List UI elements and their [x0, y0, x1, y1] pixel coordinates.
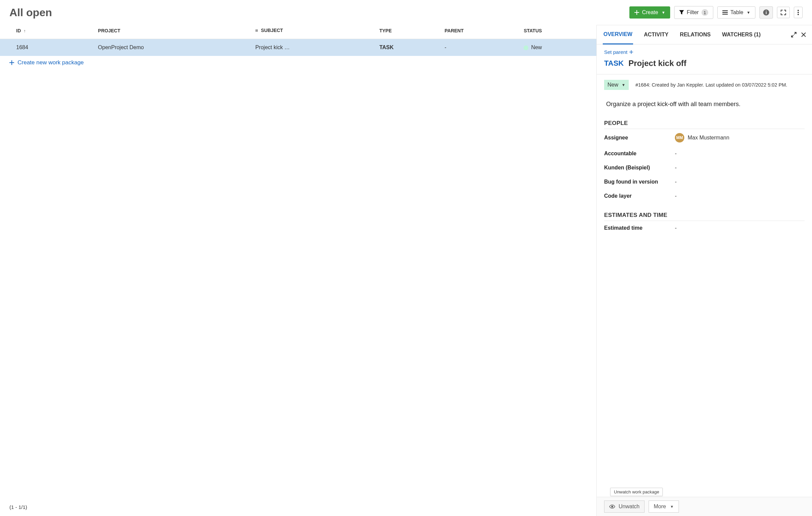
- cell-subject: Project kick …: [251, 39, 375, 56]
- hierarchy-icon: ⌗: [255, 28, 258, 33]
- more-menu-button[interactable]: [794, 7, 803, 18]
- wp-meta-text: #1684: Created by Jan Keppler. Last upda…: [635, 82, 787, 88]
- unwatch-label: Unwatch: [618, 504, 639, 510]
- tab-overview[interactable]: OVERVIEW: [603, 25, 633, 44]
- svg-point-6: [611, 506, 613, 507]
- col-subject-label: SUBJECT: [261, 28, 283, 33]
- info-icon: [763, 9, 769, 16]
- info-button[interactable]: [759, 6, 773, 19]
- kebab-icon: [798, 10, 799, 15]
- plus-icon: [629, 50, 633, 54]
- status-text: New: [608, 82, 618, 88]
- cell-status-text: New: [531, 44, 542, 50]
- filter-label: Filter: [687, 9, 699, 16]
- cell-parent: -: [441, 39, 520, 56]
- status-dot-icon: [524, 45, 528, 50]
- col-id[interactable]: ID ↑: [0, 22, 94, 39]
- col-id-label: ID: [16, 28, 21, 33]
- tab-activity[interactable]: ACTIVITY: [643, 26, 669, 44]
- cell-type: TASK: [375, 39, 441, 56]
- svg-point-3: [798, 10, 799, 11]
- field-bug-label: Bug found in version: [604, 179, 675, 185]
- create-label: Create: [642, 9, 658, 16]
- cell-project: OpenProject Demo: [94, 39, 251, 56]
- tab-watchers[interactable]: WATCHERS (1): [721, 26, 761, 44]
- field-bug-value[interactable]: -: [675, 179, 805, 185]
- field-kunden-value[interactable]: -: [675, 165, 805, 171]
- expand-detail-icon[interactable]: [791, 32, 796, 37]
- set-parent-link[interactable]: Set parent: [604, 49, 633, 55]
- field-est-value[interactable]: -: [675, 225, 805, 231]
- eye-icon: [609, 505, 615, 509]
- col-parent[interactable]: PARENT: [441, 22, 520, 39]
- field-assignee-label: Assignee: [604, 135, 675, 141]
- cell-id: 1684: [0, 39, 94, 56]
- caret-down-icon: ▼: [747, 10, 750, 14]
- caret-down-icon: ▼: [661, 10, 665, 14]
- avatar: MM: [675, 133, 684, 143]
- wp-description[interactable]: Organize a project kick-off with all tea…: [604, 91, 805, 111]
- set-parent-label: Set parent: [604, 49, 627, 55]
- create-work-package-label: Create new work package: [18, 59, 84, 66]
- cell-status: New: [520, 39, 597, 56]
- field-kunden-label: Kunden (Beispiel): [604, 165, 675, 171]
- expand-icon: [781, 10, 786, 15]
- unwatch-tooltip: Unwatch work package: [610, 488, 663, 496]
- view-mode-label: Table: [730, 9, 743, 16]
- svg-point-4: [798, 12, 799, 13]
- filter-button[interactable]: Filter 1: [674, 6, 713, 19]
- tab-relations[interactable]: RELATIONS: [679, 26, 711, 44]
- svg-rect-2: [766, 11, 766, 11]
- list-icon: [722, 10, 728, 15]
- more-button[interactable]: More ▼: [648, 500, 678, 513]
- fullscreen-button[interactable]: [777, 7, 790, 18]
- section-estimates: ESTIMATES AND TIME: [604, 212, 805, 221]
- view-mode-button[interactable]: Table ▼: [717, 6, 755, 19]
- status-selector[interactable]: New ▼: [604, 80, 629, 90]
- plus-icon: [9, 60, 14, 65]
- col-project[interactable]: PROJECT: [94, 22, 251, 39]
- wp-subject[interactable]: Project kick off: [628, 59, 686, 68]
- svg-point-5: [798, 14, 799, 15]
- field-est-label: Estimated time: [604, 225, 675, 231]
- create-work-package-link[interactable]: Create new work package: [0, 56, 597, 69]
- plus-icon: [634, 10, 639, 15]
- field-accountable-label: Accountable: [604, 151, 675, 157]
- field-assignee-value[interactable]: MM Max Mustermann: [675, 133, 805, 143]
- svg-rect-1: [766, 12, 766, 14]
- caret-down-icon: ▼: [670, 505, 674, 509]
- field-accountable-value[interactable]: -: [675, 151, 805, 157]
- field-code-value[interactable]: -: [675, 193, 805, 199]
- funnel-icon: [679, 10, 684, 15]
- detail-pane: OVERVIEW ACTIVITY RELATIONS WATCHERS (1)…: [597, 25, 812, 516]
- pager-text: (1 - 1/1): [0, 501, 597, 516]
- filter-count-badge: 1: [701, 9, 708, 16]
- page-title: All open: [9, 6, 625, 19]
- section-people: PEOPLE: [604, 120, 805, 129]
- more-label: More: [654, 504, 666, 510]
- work-package-table: ID ↑ PROJECT ⌗ SUBJECT TYPE PARENT STATU…: [0, 22, 597, 56]
- sort-asc-icon: ↑: [24, 29, 26, 33]
- unwatch-button[interactable]: Unwatch: [604, 500, 644, 513]
- assignee-name: Max Mustermann: [688, 135, 729, 141]
- col-subject[interactable]: ⌗ SUBJECT: [251, 22, 375, 39]
- close-detail-icon[interactable]: [801, 32, 806, 37]
- create-button[interactable]: Create ▼: [629, 6, 670, 19]
- col-type[interactable]: TYPE: [375, 22, 441, 39]
- field-code-label: Code layer: [604, 193, 675, 199]
- wp-type[interactable]: TASK: [604, 59, 624, 68]
- table-row[interactable]: 1684 OpenProject Demo Project kick … TAS…: [0, 39, 597, 56]
- col-status[interactable]: STATUS: [520, 22, 597, 39]
- caret-down-icon: ▼: [621, 83, 625, 87]
